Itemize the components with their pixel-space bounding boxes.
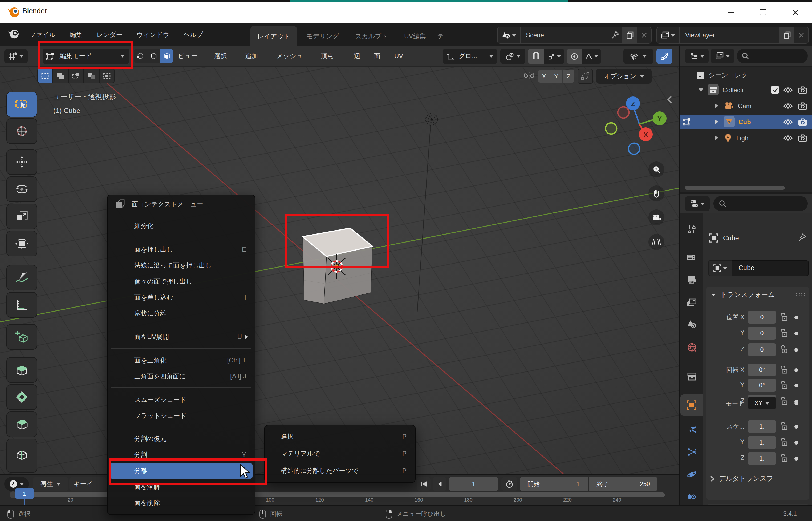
tab-modifiers[interactable] — [680, 419, 703, 440]
hide-eye-icon[interactable] — [783, 103, 793, 109]
lock-icon[interactable] — [780, 422, 788, 431]
properties-display-button[interactable] — [685, 196, 710, 211]
transform-value-field[interactable]: 0° — [748, 363, 776, 376]
menu-face[interactable]: 面 — [374, 46, 380, 66]
scene-unlink-button[interactable] — [637, 27, 651, 43]
scene-name[interactable]: Scene — [520, 31, 611, 39]
breadcrumb-object[interactable]: Cube — [723, 234, 739, 242]
lock-icon[interactable] — [780, 381, 788, 390]
menu-item-poke-faces[interactable]: 扇状に分離 — [110, 306, 253, 321]
tool-add-cube[interactable] — [7, 324, 37, 349]
menu-help[interactable]: ヘルプ — [178, 23, 209, 46]
tab-constraints[interactable] — [680, 486, 703, 507]
maximize-button[interactable] — [752, 2, 774, 23]
menu-item-unsplit[interactable]: 分割の復元 — [110, 431, 253, 447]
pivot-dropdown[interactable] — [500, 48, 525, 64]
menu-vertex[interactable]: 頂点 — [321, 46, 333, 66]
tab-texture-paint[interactable]: テ — [435, 26, 446, 46]
close-button[interactable] — [784, 2, 806, 23]
tab-tool[interactable] — [680, 219, 703, 240]
tab-sculpting[interactable]: スカルプト — [348, 26, 395, 46]
menu-item-tris-to-quads[interactable]: 三角面を四角面に[Alt] J — [110, 369, 253, 384]
properties-search-field[interactable] — [714, 196, 808, 211]
transform-value-field[interactable]: 1. — [748, 436, 776, 449]
viewport-pan-button[interactable] — [648, 185, 665, 202]
menu-item-inset-faces[interactable]: 面を差し込むI — [110, 290, 253, 305]
outliner-display-mode-button[interactable] — [685, 48, 709, 63]
minimize-button[interactable] — [720, 2, 742, 23]
select-mode-face-button[interactable] — [160, 49, 173, 63]
tool-loop-cut[interactable] — [7, 439, 37, 472]
lock-icon[interactable] — [780, 313, 788, 321]
show-gizmo-dropdown[interactable] — [623, 48, 653, 64]
animate-dot[interactable] — [794, 368, 798, 372]
current-frame-field[interactable]: 1 — [449, 477, 498, 491]
viewlayer-copy-button[interactable] — [780, 27, 794, 43]
tool-bevel[interactable] — [7, 412, 37, 436]
tab-scene[interactable] — [680, 313, 703, 335]
jump-to-start-button[interactable] — [417, 477, 431, 491]
pin-icon[interactable] — [797, 233, 806, 243]
select-mode-vertex-button[interactable] — [134, 49, 146, 63]
hide-eye-icon[interactable] — [783, 119, 793, 125]
menu-add[interactable]: 追加 — [245, 46, 258, 66]
select-mode-edge-button[interactable] — [147, 49, 160, 63]
frame-end-field[interactable]: 終了 250 — [589, 477, 657, 491]
menu-item-shade-flat[interactable]: フラットシェード — [110, 408, 253, 424]
hide-eye-icon[interactable] — [783, 135, 793, 141]
tool-extrude[interactable] — [7, 358, 37, 382]
menu-select[interactable]: 選択 — [214, 46, 227, 66]
tab-physics[interactable] — [680, 464, 703, 485]
lock-icon[interactable] — [780, 397, 788, 406]
use-preview-range-button[interactable] — [502, 477, 517, 491]
animate-dot[interactable] — [794, 348, 798, 352]
outliner-row-light[interactable]: Ligh — [680, 131, 812, 145]
render-visibility-icon[interactable] — [798, 102, 807, 110]
menu-item-extrude-along-normals[interactable]: 法線に沿って面を押し出し — [110, 258, 253, 273]
menu-item-shade-smooth[interactable]: スムーズシェード — [110, 392, 253, 408]
navigation-gizmo[interactable]: Z Y X — [597, 85, 677, 160]
submenu-item-selection[interactable]: 選択P — [267, 429, 413, 445]
animate-dot[interactable] — [794, 457, 798, 460]
gizmo-neg-x[interactable] — [618, 107, 629, 118]
tab-uv-editing[interactable]: UV編集 — [397, 26, 433, 46]
tool-cursor[interactable] — [7, 119, 37, 143]
lock-icon[interactable] — [780, 438, 788, 447]
prev-keyframe-button[interactable] — [433, 477, 446, 491]
lock-icon[interactable] — [780, 345, 788, 354]
tweak-fallback-2-button[interactable] — [53, 68, 68, 83]
options-dropdown[interactable]: オプション — [596, 69, 652, 84]
viewlayer-remove-button[interactable] — [794, 27, 808, 43]
lock-icon[interactable] — [780, 454, 788, 462]
animate-dot[interactable] — [794, 316, 798, 319]
outliner-hscrollbar[interactable] — [685, 186, 785, 190]
menu-item-triangulate[interactable]: 面を三角化[Ctrl] T — [110, 353, 253, 368]
tweak-fallback-3-button[interactable] — [68, 68, 84, 83]
light-object-icon[interactable] — [426, 114, 437, 125]
tab-output[interactable] — [680, 269, 703, 291]
tool-transform[interactable] — [7, 231, 37, 256]
3d-viewport[interactable]: ユーザー・透視投影 (1) Cube — [0, 66, 679, 474]
render-visibility-icon[interactable] — [798, 118, 807, 126]
menu-item-subdivide[interactable]: 細分化 — [110, 219, 253, 234]
menu-edge[interactable]: 辺 — [354, 46, 360, 66]
viewport-ortho-button[interactable] — [648, 234, 665, 250]
tweak-fallback-5-button[interactable] — [99, 68, 115, 83]
tweak-fallback-4-button[interactable] — [84, 68, 99, 83]
disclosure-closed-icon[interactable] — [715, 135, 719, 140]
viewlayer-browse-button[interactable] — [657, 27, 680, 43]
viewlayer-name[interactable]: ViewLayer — [680, 31, 780, 39]
mirror-x-button[interactable]: X — [538, 70, 550, 83]
tool-annotate[interactable] — [7, 266, 37, 290]
tweak-fallback-1-button[interactable] — [37, 68, 53, 83]
tab-object[interactable] — [680, 394, 703, 416]
animate-dot[interactable] — [794, 441, 798, 445]
mode-dropdown-xy[interactable]: XY — [748, 397, 776, 409]
disclosure-open-icon[interactable] — [698, 88, 703, 92]
playhead-marker[interactable]: 1 — [15, 488, 34, 499]
tab-collection-props[interactable] — [680, 366, 703, 387]
proportional-falloff-dropdown[interactable] — [582, 48, 601, 64]
gizmo-neg-y[interactable] — [606, 123, 617, 134]
tab-modeling[interactable]: モデリング — [299, 26, 346, 46]
frame-start-field[interactable]: 開始 1 — [520, 477, 588, 491]
